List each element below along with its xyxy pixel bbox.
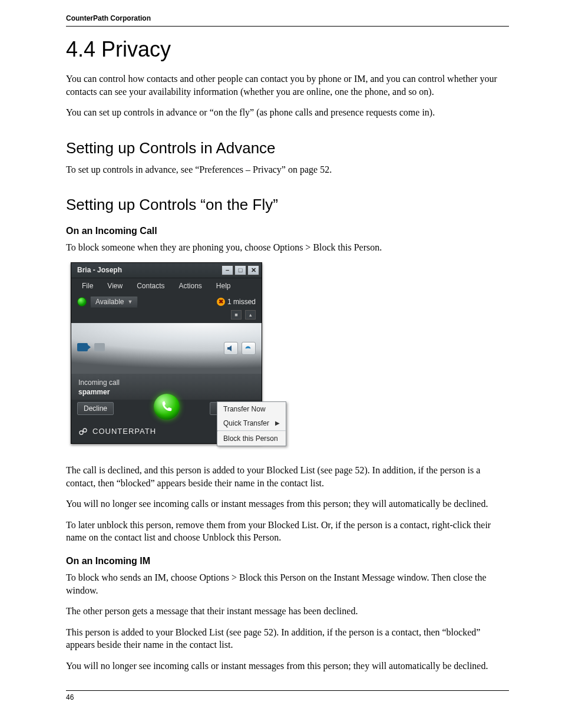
section-intro-1: You can control how contacts and other p… xyxy=(66,73,509,98)
menu-actions[interactable]: Actions xyxy=(179,282,202,290)
im-3: This person is added to your Blocked Lis… xyxy=(66,626,509,651)
after-call-3: To later unblock this person, remove the… xyxy=(66,519,509,544)
video-icon[interactable] xyxy=(77,343,88,351)
missed-calls[interactable]: ✖ 1 missed xyxy=(217,298,256,306)
options-menu: Transfer Now Quick Transfer ▶ Block this… xyxy=(217,401,286,446)
menu-item-label: Transfer Now xyxy=(223,405,266,413)
menu-view[interactable]: View xyxy=(107,282,123,290)
restore-icon[interactable]: □ xyxy=(234,265,246,275)
menu-item-quick-transfer[interactable]: Quick Transfer ▶ xyxy=(217,416,286,430)
menu-item-label: Quick Transfer xyxy=(223,419,269,427)
heading-advance: Setting up Controls in Advance xyxy=(66,139,509,157)
collapse-icon[interactable]: ▴ xyxy=(245,310,256,319)
speaker-waves-icon[interactable] xyxy=(242,342,256,355)
footer-rule xyxy=(66,690,509,691)
advance-text: To set up controls in advance, see “Pref… xyxy=(66,163,509,176)
incoming-call-intro: To block someone when they are phoning y… xyxy=(66,241,509,254)
menu-item-transfer-now[interactable]: Transfer Now xyxy=(217,402,286,416)
menu-item-label: Block this Person xyxy=(223,434,278,443)
menu-help[interactable]: Help xyxy=(216,282,231,290)
running-header: CounterPath Corporation xyxy=(66,14,509,22)
presence-dot-icon xyxy=(77,297,87,307)
page-number: 46 xyxy=(66,693,509,701)
header-rule xyxy=(66,26,509,27)
close-icon[interactable]: ✕ xyxy=(247,265,259,275)
heading-incoming-im: On an Incoming IM xyxy=(66,556,509,566)
menu-item-block-person[interactable]: Block this Person xyxy=(217,431,286,446)
app-screenshot: Bria - Joseph – □ ✕ File View Contacts A… xyxy=(71,262,280,451)
im-1: To block who sends an IM, choose Options… xyxy=(66,571,509,597)
section-title: 4.4 Privacy xyxy=(66,37,509,62)
chevron-down-icon: ▼ xyxy=(127,299,133,305)
titlebar: Bria - Joseph – □ ✕ xyxy=(71,263,262,278)
contacts-icon[interactable] xyxy=(94,343,105,351)
section-intro-2: You can set up controls in advance or “o… xyxy=(66,106,509,119)
im-4: You will no longer see incoming calls or… xyxy=(66,660,509,673)
minimize-icon[interactable]: – xyxy=(222,265,233,275)
incoming-call-label: Incoming call xyxy=(78,378,254,387)
window-title: Bria - Joseph xyxy=(77,266,122,274)
missed-call-text: 1 missed xyxy=(227,298,256,306)
after-call-1: The call is declined, and this person is… xyxy=(66,464,509,489)
menu-contacts[interactable]: Contacts xyxy=(137,282,164,290)
heading-on-the-fly: Setting up Controls “on the Fly” xyxy=(66,196,509,214)
missed-call-icon: ✖ xyxy=(217,298,225,306)
brand-text: COUNTERPATH xyxy=(92,427,156,436)
answer-button[interactable] xyxy=(154,394,180,420)
dialpad-icon[interactable]: ■ xyxy=(231,310,242,319)
menu-file[interactable]: File xyxy=(82,282,93,290)
im-2: The other person gets a message that the… xyxy=(66,605,509,618)
menubar: File View Contacts Actions Help xyxy=(71,278,262,294)
decline-button[interactable]: Decline xyxy=(77,402,114,415)
counterpath-logo-icon xyxy=(77,427,89,436)
presence-label: Available xyxy=(95,298,124,306)
presence-selector[interactable]: Available ▼ xyxy=(90,296,138,308)
speaker-icon[interactable] xyxy=(224,342,238,355)
after-call-2: You will no longer see incoming calls or… xyxy=(66,498,509,510)
chevron-right-icon: ▶ xyxy=(275,420,280,426)
heading-incoming-call: On an Incoming Call xyxy=(66,226,509,236)
media-panel xyxy=(71,323,262,374)
